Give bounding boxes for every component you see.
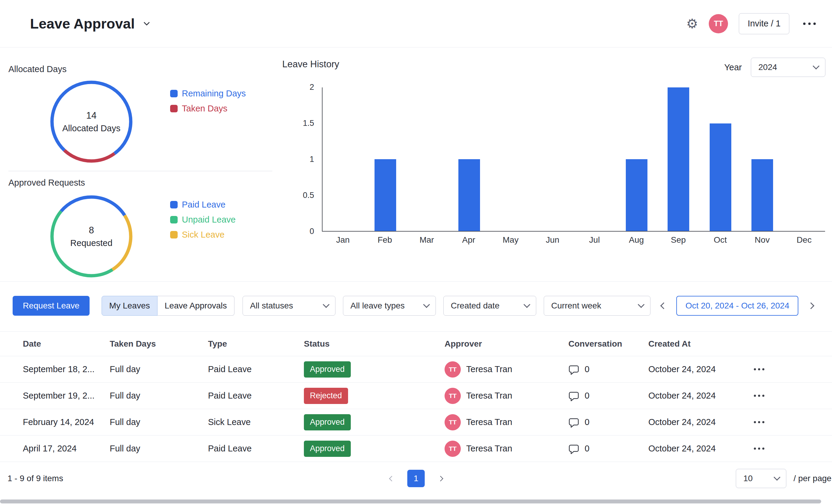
conversation-count: 0 [584, 364, 590, 374]
bar-sep [668, 87, 689, 231]
status-badge-approved[interactable]: Approved [304, 361, 351, 377]
app-header: Leave Approval ⚙ TT Invite / 1 [0, 0, 832, 48]
title-chevron-down-icon[interactable] [142, 19, 152, 29]
toolbar: Request Leave My LeavesLeave Approvals A… [0, 282, 832, 331]
approver-name: Teresa Tran [466, 444, 512, 453]
cell-date: April 17, 2024 [23, 444, 110, 453]
filter-created-date[interactable]: Created date [443, 296, 536, 316]
cell-conversation[interactable]: 0 [568, 443, 648, 454]
tab-leave-approvals[interactable]: Leave Approvals [157, 296, 234, 316]
filter-label: Current week [551, 301, 601, 311]
settings-gear-icon[interactable]: ⚙ [686, 17, 698, 30]
year-select[interactable]: 2024 [751, 58, 825, 77]
filter-current-week[interactable]: Current week [544, 296, 650, 316]
legend-label: Taken Days [182, 104, 228, 114]
table-row: April 17, 2024Full dayPaid LeaveApproved… [0, 436, 832, 462]
filter-all-leave-types[interactable]: All leave types [343, 296, 436, 316]
horizontal-scrollbar[interactable] [0, 500, 821, 503]
x-axis-label: Dec [783, 235, 825, 245]
approved-requests-donut-chart: 8 Requested [46, 191, 136, 281]
x-axis-label: Jul [573, 235, 616, 245]
row-menu-icon[interactable] [751, 365, 767, 374]
cell-approver: TTTeresa Tran [445, 414, 568, 430]
cell-taken-days: Full day [110, 417, 208, 427]
cell-status: Approved [304, 441, 445, 457]
cell-actions [751, 365, 832, 374]
next-page-button[interactable] [432, 470, 449, 487]
per-page-value: 10 [743, 474, 753, 483]
chevron-down-icon [523, 301, 530, 308]
y-axis-label: 0.5 [280, 191, 314, 200]
cell-conversation[interactable]: 0 [568, 390, 648, 401]
next-week-button[interactable] [803, 297, 820, 314]
per-page-label: / per page [794, 474, 831, 483]
cell-leave-type: Paid Leave [208, 364, 304, 374]
row-menu-icon[interactable] [751, 444, 767, 453]
table-header-row: DateTaken DaysTypeStatusApproverConversa… [0, 331, 832, 356]
cell-conversation[interactable]: 0 [568, 417, 648, 428]
cell-date: September 18, 2... [23, 364, 110, 374]
invite-button[interactable]: Invite / 1 [739, 13, 789, 34]
date-range-button[interactable]: Oct 20, 2024 - Oct 26, 2024 [676, 296, 798, 316]
donut-widgets-panel: Allocated Days 14 Allocated Days Remaini… [0, 48, 272, 281]
tab-my-leaves[interactable]: My Leaves [102, 296, 157, 316]
cell-taken-days: Full day [110, 364, 208, 374]
view-tabs: My LeavesLeave Approvals [102, 296, 234, 316]
cell-leave-type: Sick Leave [208, 417, 304, 427]
column-header-type: Type [208, 339, 304, 349]
donut-center-text: 8 Requested [46, 191, 136, 281]
column-header-date: Date [23, 339, 110, 349]
pagination: 1 [383, 470, 449, 487]
page-1-button[interactable]: 1 [407, 470, 425, 487]
prev-page-button[interactable] [383, 470, 400, 487]
status-badge-approved[interactable]: Approved [304, 441, 351, 457]
legend-swatch-icon [170, 90, 178, 97]
request-leave-button[interactable]: Request Leave [12, 296, 89, 316]
conversation-count: 0 [584, 391, 590, 401]
legend-item: Unpaid Leave [170, 215, 236, 225]
chevron-left-icon [660, 303, 667, 309]
column-header-taken-days: Taken Days [110, 339, 208, 349]
header-menu-icon[interactable] [800, 20, 819, 28]
chevron-down-icon [813, 63, 820, 70]
filter-label: All statuses [250, 301, 293, 311]
comment-bubble-icon [568, 364, 579, 375]
bar-slot [658, 87, 699, 231]
per-page-control: 10 / per page [736, 469, 831, 488]
per-page-select[interactable]: 10 [736, 469, 786, 488]
bar-chart-x-axis-labels: JanFebMarAprMayJunJulAugSepOctNovDec [322, 235, 825, 245]
column-header-conversation: Conversation [568, 339, 648, 349]
table-body: September 18, 2...Full dayPaid LeaveAppr… [0, 356, 832, 462]
filter-all-statuses[interactable]: All statuses [242, 296, 335, 316]
cell-actions [751, 418, 832, 427]
approver-avatar: TT [445, 361, 461, 377]
row-menu-icon[interactable] [751, 418, 767, 427]
allocated-days-legend: Remaining DaysTaken Days [170, 89, 246, 114]
table-row: September 19, 2...Full dayPaid LeaveReje… [0, 383, 832, 409]
prev-week-button[interactable] [655, 297, 672, 314]
filter-label: All leave types [350, 301, 405, 311]
column-header-status: Status [304, 339, 445, 349]
cell-taken-days: Full day [110, 444, 208, 453]
cell-conversation[interactable]: 0 [568, 364, 648, 375]
cell-status: Approved [304, 361, 445, 377]
approver-name: Teresa Tran [466, 417, 512, 427]
bar-slot [616, 87, 657, 231]
chevron-down-icon [423, 301, 430, 308]
cell-status: Rejected [304, 388, 445, 404]
bar-aug [626, 159, 647, 231]
bar-slot [574, 87, 616, 231]
leave-history-title: Leave History [282, 59, 339, 70]
x-axis-label: Sep [657, 235, 699, 245]
comment-bubble-icon [568, 390, 579, 401]
cell-date: February 14, 2024 [23, 417, 110, 427]
cell-date: September 19, 2... [23, 391, 110, 401]
board-title-wrap: Leave Approval [30, 15, 152, 32]
user-avatar[interactable]: TT [709, 14, 728, 33]
status-badge-rejected[interactable]: Rejected [304, 388, 348, 404]
allocated-days-donut-chart: 14 Allocated Days [46, 77, 136, 167]
legend-item: Paid Leave [170, 200, 236, 209]
row-menu-icon[interactable] [751, 391, 767, 400]
bar-slot [407, 87, 448, 231]
status-badge-approved[interactable]: Approved [304, 414, 351, 430]
